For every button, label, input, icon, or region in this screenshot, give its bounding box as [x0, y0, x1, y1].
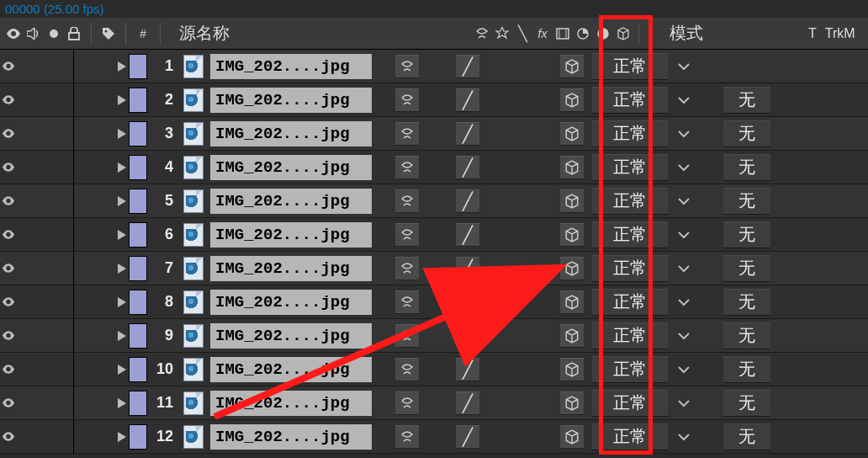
motion-blur-icon[interactable]: [574, 25, 591, 42]
blend-mode-dropdown[interactable]: 正常: [592, 53, 668, 80]
twirl-toggle[interactable]: [74, 230, 126, 240]
layer-shy-toggle[interactable]: [392, 391, 422, 415]
layer-quality-toggle[interactable]: ╱: [453, 290, 483, 314]
track-matte-dropdown[interactable]: 无: [723, 188, 770, 215]
layer-quality-toggle[interactable]: ╱: [453, 88, 483, 112]
layer-color[interactable]: [126, 357, 150, 382]
layer-3d-toggle[interactable]: [555, 425, 589, 449]
layer-color[interactable]: [126, 290, 150, 315]
layer-shy-toggle[interactable]: [392, 324, 422, 348]
twirl-toggle[interactable]: [74, 95, 126, 105]
blend-mode-dropdown[interactable]: 正常: [592, 154, 668, 181]
twirl-toggle[interactable]: [74, 129, 126, 139]
layer-3d-toggle[interactable]: [555, 122, 589, 146]
chevron-down-icon[interactable]: [671, 264, 696, 273]
layer-name[interactable]: IMG_202....jpg: [210, 189, 372, 214]
solo-icon[interactable]: [45, 25, 62, 42]
blend-mode-dropdown[interactable]: 正常: [592, 322, 668, 349]
trk-header[interactable]: TrkM: [825, 26, 855, 41]
chevron-down-icon[interactable]: [671, 332, 696, 340]
layer-quality-toggle[interactable]: ╱: [453, 391, 483, 415]
chevron-down-icon[interactable]: [671, 231, 696, 239]
track-matte-dropdown[interactable]: 无: [723, 356, 770, 383]
layer-row[interactable]: 4IMG_202....jpg╱正常无: [0, 151, 868, 184]
layer-3d-toggle[interactable]: [555, 223, 589, 247]
layer-color[interactable]: [126, 391, 150, 416]
layer-name[interactable]: IMG_202....jpg: [210, 290, 372, 315]
chevron-down-icon[interactable]: [671, 399, 696, 407]
chevron-down-icon[interactable]: [671, 298, 696, 306]
visibility-toggle[interactable]: [0, 129, 17, 138]
layer-name[interactable]: IMG_202....jpg: [210, 155, 372, 180]
layer-row[interactable]: 2IMG_202....jpg╱正常无: [0, 83, 868, 117]
visibility-toggle[interactable]: [0, 230, 17, 239]
layer-row[interactable]: 3IMG_202....jpg╱正常无: [0, 117, 868, 151]
visibility-toggle[interactable]: [0, 365, 17, 374]
fx-icon[interactable]: fx: [534, 25, 551, 42]
visibility-toggle[interactable]: [0, 432, 17, 441]
layer-row[interactable]: 8IMG_202....jpg╱正常无: [0, 285, 868, 319]
visibility-toggle[interactable]: [0, 61, 17, 71]
layer-color[interactable]: [126, 88, 150, 113]
layer-shy-toggle[interactable]: [392, 156, 422, 179]
twirl-toggle[interactable]: [74, 196, 126, 206]
track-matte-dropdown[interactable]: 无: [723, 390, 770, 417]
layer-3d-toggle[interactable]: [555, 189, 589, 213]
frame-blend-icon[interactable]: [554, 25, 571, 42]
hash-icon[interactable]: #: [135, 25, 151, 42]
layer-row[interactable]: 12IMG_202....jpg╱正常无: [0, 420, 868, 454]
layer-3d-toggle[interactable]: [555, 324, 589, 348]
visibility-toggle[interactable]: [0, 331, 17, 340]
layer-quality-toggle[interactable]: ╱: [453, 55, 483, 78]
blend-mode-dropdown[interactable]: 正常: [592, 289, 668, 316]
visibility-toggle[interactable]: [0, 95, 17, 104]
mode-header[interactable]: 模式: [670, 22, 762, 45]
tag-icon[interactable]: [100, 25, 117, 42]
layer-quality-toggle[interactable]: ╱: [453, 223, 483, 247]
blend-mode-dropdown[interactable]: 正常: [592, 87, 668, 114]
layer-color[interactable]: [126, 222, 150, 248]
blend-mode-dropdown[interactable]: 正常: [592, 188, 668, 215]
layer-name[interactable]: IMG_202....jpg: [210, 256, 372, 281]
track-matte-dropdown[interactable]: 无: [723, 423, 770, 450]
track-matte-dropdown[interactable]: 无: [723, 322, 770, 349]
layer-name[interactable]: IMG_202....jpg: [210, 121, 372, 146]
layer-quality-toggle[interactable]: ╱: [453, 425, 483, 449]
layer-shy-toggle[interactable]: [392, 290, 422, 314]
twirl-toggle[interactable]: [74, 264, 126, 274]
twirl-toggle[interactable]: [74, 297, 126, 307]
layer-shy-toggle[interactable]: [392, 358, 422, 381]
layer-quality-toggle[interactable]: ╱: [453, 122, 483, 146]
source-name-header[interactable]: 源名称: [171, 22, 356, 45]
visibility-toggle[interactable]: [0, 264, 17, 273]
effects-icon[interactable]: [494, 25, 511, 42]
layer-quality-toggle[interactable]: ╱: [453, 257, 483, 280]
layer-3d-toggle[interactable]: [555, 88, 589, 112]
blend-mode-dropdown[interactable]: 正常: [592, 120, 668, 147]
chevron-down-icon[interactable]: [671, 433, 696, 441]
blend-mode-dropdown[interactable]: 正常: [592, 255, 668, 282]
3d-icon[interactable]: [615, 25, 632, 42]
track-matte-dropdown[interactable]: 无: [723, 87, 770, 114]
layer-name[interactable]: IMG_202....jpg: [210, 88, 372, 113]
chevron-down-icon[interactable]: [671, 197, 696, 205]
eye-icon[interactable]: [5, 25, 22, 42]
layer-row[interactable]: 5IMG_202....jpg╱正常无: [0, 184, 868, 218]
shy-icon[interactable]: [474, 25, 490, 42]
layer-name[interactable]: IMG_202....jpg: [210, 323, 372, 349]
adjustment-icon[interactable]: [595, 25, 611, 42]
visibility-toggle[interactable]: [0, 196, 17, 205]
layer-name[interactable]: IMG_202....jpg: [210, 424, 372, 450]
chevron-down-icon[interactable]: [671, 62, 696, 71]
layer-shy-toggle[interactable]: [392, 122, 422, 146]
layer-row[interactable]: 6IMG_202....jpg╱正常无: [0, 218, 868, 252]
layer-name[interactable]: IMG_202....jpg: [210, 357, 372, 382]
track-matte-dropdown[interactable]: 无: [723, 120, 770, 147]
chevron-down-icon[interactable]: [671, 163, 696, 172]
layer-quality-toggle[interactable]: ╱: [453, 189, 483, 213]
track-matte-dropdown[interactable]: 无: [723, 221, 770, 248]
twirl-toggle[interactable]: [74, 331, 126, 341]
blend-mode-dropdown[interactable]: 正常: [592, 356, 668, 383]
twirl-toggle[interactable]: [74, 365, 126, 375]
layer-name[interactable]: IMG_202....jpg: [210, 391, 372, 416]
